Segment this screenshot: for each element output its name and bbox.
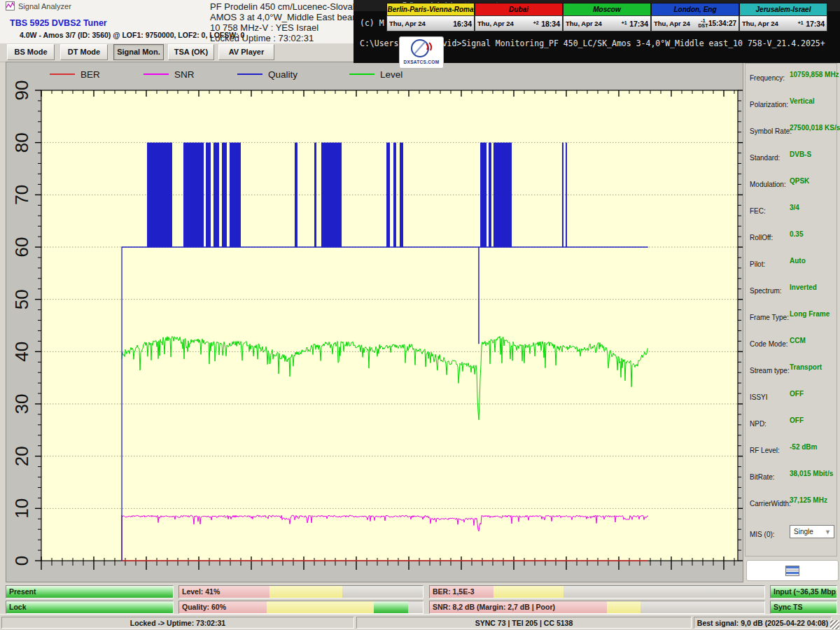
feed-line: 10 758 MHz-V : YES Israel [210, 22, 354, 33]
signal-chart: 0102030405060708090BERSNRQualityLevel [6, 62, 743, 582]
param-label: Polarization: [750, 101, 788, 108]
meter-label: Lock [9, 603, 27, 611]
tab-bs-mode[interactable]: BS Mode [7, 44, 55, 60]
feed-info: PF Prodelin 450 cm/Lucenec-Slovakia AMOS… [210, 1, 354, 43]
param-label: BitRate: [750, 473, 775, 481]
clock-offset [442, 21, 453, 26]
tab-dt-mode[interactable]: DT Mode [60, 44, 108, 60]
param-label: Modulation: [750, 181, 786, 188]
feed-line: AMOS 3 at 4,0°W_Middle East beam [210, 12, 354, 22]
quality-high-block [489, 143, 491, 247]
param-label: RF Level: [750, 447, 780, 454]
clock-offset: +1 [619, 21, 629, 26]
svg-text:80: 80 [11, 132, 32, 153]
status-bar: Locked -> Uptime: 73:02:31 SYNC 73 | TEI… [0, 614, 840, 630]
meter-label: SNR: 8,2 dB (Margin: 2,7 dB | Poor) [433, 603, 555, 611]
quality-high-block [562, 143, 564, 247]
meter-label: Sync TS [774, 603, 802, 611]
clock-london: London, Eng Thu, Apr 24 -1DST 15:34:27 [651, 3, 739, 31]
quality-high-block [386, 143, 390, 247]
param-label: Code Mode: [750, 340, 788, 348]
clock-offset: +1 [795, 21, 806, 26]
svg-text:Level: Level [380, 69, 402, 80]
status-best-signal: Best signal: 9,0 dB (2025-04-22 04:08) [694, 617, 832, 629]
param-value: 38,015 Mbit/s [790, 470, 833, 477]
quality-high-block [147, 143, 172, 247]
app-icon [6, 1, 15, 10]
param-value: Transport [790, 363, 822, 371]
quality-high-block [222, 143, 227, 247]
param-value: Vertical [790, 97, 815, 105]
quality-high-block [566, 143, 567, 247]
clock-time: 15:34:27 [708, 20, 738, 27]
clock-city-label: Moscow [563, 3, 651, 16]
meter-label: Present [9, 587, 36, 596]
clock-time: 16:34 [453, 20, 474, 28]
param-value: -52 dBm [790, 443, 817, 451]
clock-berlin: Berlin-Paris-Vienna-Roma Thu, Apr 24 16:… [386, 3, 475, 31]
svg-text:50: 50 [11, 289, 32, 309]
param-value: 0.35 [790, 230, 803, 238]
param-label: RollOff: [750, 234, 773, 241]
clock-date: Thu, Apr 24 [564, 20, 602, 27]
mis-label: MIS (0): [750, 531, 775, 538]
meter-label: Quality: 60% [182, 603, 226, 611]
param-value: Inverted [790, 284, 817, 291]
dxsatcs-logo: DXSATCS.COM [399, 36, 444, 69]
svg-text:10: 10 [11, 498, 32, 519]
param-label: Symbol Rate: [750, 127, 792, 135]
quality-high-block [480, 143, 486, 247]
svg-text:20: 20 [11, 446, 32, 466]
svg-text:Quality: Quality [268, 69, 298, 80]
svg-text:40: 40 [11, 342, 32, 362]
svg-text:70: 70 [11, 185, 32, 205]
signal-chart-svg: 0102030405060708090BERSNRQualityLevel [6, 62, 743, 582]
quality-high-block [206, 143, 211, 247]
meter-label: Level: 41% [182, 587, 220, 596]
clock-offset: -1DST [698, 19, 708, 28]
quality-high-block [295, 143, 298, 247]
param-label: CarrierWidth: [750, 500, 791, 507]
clock-date: Thu, Apr 24 [740, 20, 778, 27]
terminal-copyright-line: (c) M [360, 18, 384, 28]
quality-high-block [183, 143, 204, 247]
status-sync-counters: SYNC 73 | TEI 205 | CC 5138 [356, 617, 692, 629]
clock-time: 17:34 [629, 20, 650, 28]
tab-av-player[interactable]: AV Player [218, 44, 274, 60]
param-label: NPD: [750, 420, 766, 428]
app-title-row: Signal Analyzer [6, 1, 71, 10]
mis-select[interactable]: Single ▼ [790, 525, 834, 538]
panel-action-button[interactable] [746, 560, 839, 581]
ber-meter: BER: 1,5E-3 [429, 585, 765, 598]
quality-meter: Quality: 60% [178, 601, 424, 614]
param-value: QPSK [790, 177, 809, 185]
param-label: ISSYI [750, 393, 768, 401]
satellite-dish-icon [410, 37, 433, 59]
param-label: FEC: [750, 207, 766, 215]
quality-high-block [230, 143, 241, 247]
tab-signal-mon[interactable]: Signal Mon. [113, 44, 164, 60]
sync-ts-indicator: Sync TS [770, 601, 837, 614]
svg-text:90: 90 [11, 80, 32, 101]
tuner-title: TBS 5925 DVBS2 Tuner [10, 18, 107, 28]
resize-grip-icon[interactable] [830, 620, 839, 629]
param-value: OFF [790, 390, 804, 398]
feed-line: Locked Uptime : 73:02:31 [210, 33, 354, 43]
clock-city-label: Dubai [475, 3, 563, 16]
param-value: 27500,018 KS/s [790, 124, 840, 132]
select-chevron-icon: ▼ [825, 526, 831, 538]
tab-tsa[interactable]: TSA (OK) [168, 44, 214, 60]
parameters-panel: Frequency:10759,858 MHz Polarization:Ver… [745, 63, 837, 556]
tab-bar: BS Mode DT Mode Signal Mon. TSA (OK) AV … [0, 43, 354, 62]
quality-high-block [393, 143, 396, 247]
level-meter: Level: 41% [178, 585, 424, 598]
param-label: Standard: [750, 154, 780, 162]
feed-line: PF Prodelin 450 cm/Lucenec-Slovakia [210, 1, 354, 12]
meter-label: BER: 1,5E-3 [433, 587, 475, 596]
svg-text:30: 30 [11, 394, 32, 414]
quality-high-block [321, 143, 342, 247]
logo-text: DXSATCS.COM [404, 59, 440, 64]
param-label: Frequency: [750, 74, 785, 82]
param-value: 10759,858 MHz [790, 71, 839, 78]
param-value: 37,125 MHz [790, 496, 827, 504]
